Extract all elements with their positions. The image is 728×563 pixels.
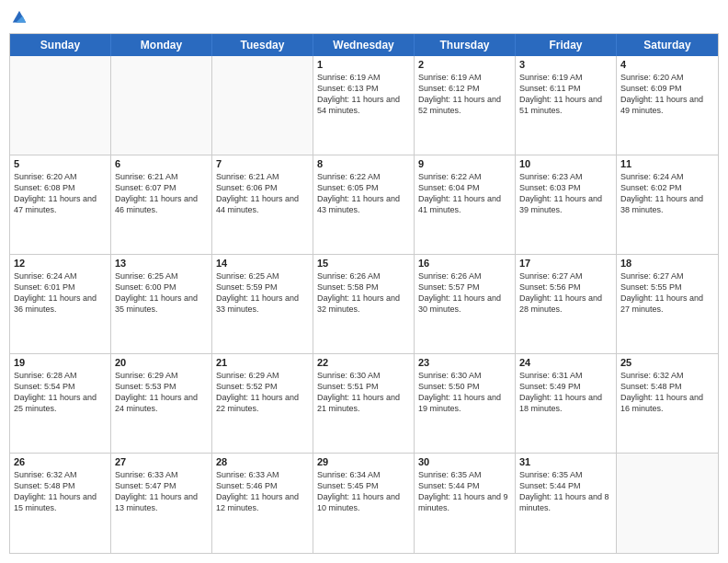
calendar-day-21: 21Sunrise: 6:29 AM Sunset: 5:52 PM Dayli…: [212, 354, 313, 453]
calendar-week-3: 12Sunrise: 6:24 AM Sunset: 6:01 PM Dayli…: [10, 255, 718, 354]
calendar-day-12: 12Sunrise: 6:24 AM Sunset: 6:01 PM Dayli…: [10, 255, 111, 353]
cell-info: Sunrise: 6:23 AM Sunset: 6:03 PM Dayligh…: [519, 171, 612, 216]
calendar-day-16: 16Sunrise: 6:26 AM Sunset: 5:57 PM Dayli…: [415, 255, 516, 353]
cell-info: Sunrise: 6:28 AM Sunset: 5:54 PM Dayligh…: [14, 370, 107, 415]
page: SundayMondayTuesdayWednesdayThursdayFrid…: [0, 0, 728, 563]
calendar-body: 1Sunrise: 6:19 AM Sunset: 6:13 PM Daylig…: [10, 56, 718, 553]
calendar-week-1: 1Sunrise: 6:19 AM Sunset: 6:13 PM Daylig…: [10, 56, 718, 155]
cell-info: Sunrise: 6:35 AM Sunset: 5:44 PM Dayligh…: [418, 469, 511, 514]
day-number: 1: [317, 59, 410, 70]
calendar-day-29: 29Sunrise: 6:34 AM Sunset: 5:45 PM Dayli…: [313, 454, 415, 553]
calendar-day-5: 5Sunrise: 6:20 AM Sunset: 6:08 PM Daylig…: [10, 155, 111, 254]
calendar-header: SundayMondayTuesdayWednesdayThursdayFrid…: [10, 34, 718, 56]
cell-info: Sunrise: 6:19 AM Sunset: 6:11 PM Dayligh…: [519, 72, 612, 117]
calendar: SundayMondayTuesdayWednesdayThursdayFrid…: [9, 33, 719, 554]
day-number: 26: [14, 456, 107, 467]
day-number: 30: [418, 456, 511, 467]
calendar-week-4: 19Sunrise: 6:28 AM Sunset: 5:54 PM Dayli…: [10, 354, 718, 454]
day-number: 7: [216, 158, 309, 169]
cell-info: Sunrise: 6:31 AM Sunset: 5:49 PM Dayligh…: [519, 370, 612, 415]
cell-info: Sunrise: 6:20 AM Sunset: 6:08 PM Dayligh…: [14, 171, 107, 216]
calendar-day-14: 14Sunrise: 6:25 AM Sunset: 5:59 PM Dayli…: [212, 255, 313, 353]
cell-info: Sunrise: 6:32 AM Sunset: 5:48 PM Dayligh…: [14, 469, 107, 514]
day-number: 10: [519, 158, 612, 169]
cell-info: Sunrise: 6:29 AM Sunset: 5:52 PM Dayligh…: [216, 370, 309, 415]
calendar-day-9: 9Sunrise: 6:22 AM Sunset: 6:04 PM Daylig…: [415, 155, 516, 254]
day-number: 27: [115, 456, 208, 467]
cell-info: Sunrise: 6:19 AM Sunset: 6:13 PM Dayligh…: [317, 72, 410, 117]
weekday-header-thursday: Thursday: [415, 34, 516, 56]
weekday-header-friday: Friday: [516, 34, 617, 56]
day-number: 11: [620, 158, 714, 169]
day-number: 20: [115, 357, 208, 368]
calendar-week-5: 26Sunrise: 6:32 AM Sunset: 5:48 PM Dayli…: [10, 454, 718, 553]
day-number: 15: [317, 258, 410, 269]
calendar-day-18: 18Sunrise: 6:27 AM Sunset: 5:55 PM Dayli…: [617, 255, 718, 353]
cell-info: Sunrise: 6:26 AM Sunset: 5:58 PM Dayligh…: [317, 270, 410, 316]
calendar-day-15: 15Sunrise: 6:26 AM Sunset: 5:58 PM Dayli…: [313, 255, 415, 353]
cell-info: Sunrise: 6:24 AM Sunset: 6:01 PM Dayligh…: [14, 270, 107, 316]
cell-info: Sunrise: 6:24 AM Sunset: 6:02 PM Dayligh…: [620, 171, 714, 216]
calendar-day-13: 13Sunrise: 6:25 AM Sunset: 6:00 PM Dayli…: [111, 255, 212, 353]
day-number: 16: [418, 258, 511, 269]
calendar-day-26: 26Sunrise: 6:32 AM Sunset: 5:48 PM Dayli…: [10, 454, 111, 553]
day-number: 21: [216, 357, 309, 368]
calendar-day-3: 3Sunrise: 6:19 AM Sunset: 6:11 PM Daylig…: [516, 56, 617, 155]
cell-info: Sunrise: 6:21 AM Sunset: 6:06 PM Dayligh…: [216, 171, 309, 216]
day-number: 8: [317, 158, 410, 169]
cell-info: Sunrise: 6:27 AM Sunset: 5:56 PM Dayligh…: [519, 270, 612, 316]
day-number: 29: [317, 456, 410, 467]
cell-info: Sunrise: 6:22 AM Sunset: 6:04 PM Dayligh…: [418, 171, 511, 216]
day-number: 5: [14, 158, 107, 169]
day-number: 4: [620, 59, 714, 70]
cell-info: Sunrise: 6:33 AM Sunset: 5:46 PM Dayligh…: [216, 469, 309, 514]
day-number: 23: [418, 357, 511, 368]
day-number: 24: [519, 357, 612, 368]
calendar-day-31: 31Sunrise: 6:35 AM Sunset: 5:44 PM Dayli…: [516, 454, 617, 553]
calendar-day-17: 17Sunrise: 6:27 AM Sunset: 5:56 PM Dayli…: [516, 255, 617, 353]
calendar-day-24: 24Sunrise: 6:31 AM Sunset: 5:49 PM Dayli…: [516, 354, 617, 453]
cell-info: Sunrise: 6:19 AM Sunset: 6:12 PM Dayligh…: [418, 72, 511, 117]
day-number: 13: [115, 258, 208, 269]
cell-info: Sunrise: 6:26 AM Sunset: 5:57 PM Dayligh…: [418, 270, 511, 316]
cell-info: Sunrise: 6:33 AM Sunset: 5:47 PM Dayligh…: [115, 469, 208, 514]
weekday-header-saturday: Saturday: [617, 34, 718, 56]
cell-info: Sunrise: 6:32 AM Sunset: 5:48 PM Dayligh…: [620, 370, 714, 415]
calendar-day-11: 11Sunrise: 6:24 AM Sunset: 6:02 PM Dayli…: [617, 155, 718, 254]
cell-info: Sunrise: 6:35 AM Sunset: 5:44 PM Dayligh…: [519, 469, 612, 514]
cell-info: Sunrise: 6:22 AM Sunset: 6:05 PM Dayligh…: [317, 171, 410, 216]
cell-info: Sunrise: 6:27 AM Sunset: 5:55 PM Dayligh…: [620, 270, 714, 316]
day-number: 14: [216, 258, 309, 269]
logo: [9, 9, 28, 26]
logo-icon: [11, 9, 28, 26]
day-number: 9: [418, 158, 511, 169]
calendar-day-28: 28Sunrise: 6:33 AM Sunset: 5:46 PM Dayli…: [212, 454, 313, 553]
calendar-day-19: 19Sunrise: 6:28 AM Sunset: 5:54 PM Dayli…: [10, 354, 111, 453]
calendar-day-20: 20Sunrise: 6:29 AM Sunset: 5:53 PM Dayli…: [111, 354, 212, 453]
calendar-week-2: 5Sunrise: 6:20 AM Sunset: 6:08 PM Daylig…: [10, 155, 718, 255]
day-number: 18: [620, 258, 714, 269]
calendar-day-empty: [10, 56, 111, 155]
cell-info: Sunrise: 6:25 AM Sunset: 6:00 PM Dayligh…: [115, 270, 208, 316]
calendar-day-25: 25Sunrise: 6:32 AM Sunset: 5:48 PM Dayli…: [617, 354, 718, 453]
cell-info: Sunrise: 6:20 AM Sunset: 6:09 PM Dayligh…: [620, 72, 714, 117]
day-number: 3: [519, 59, 612, 70]
calendar-day-22: 22Sunrise: 6:30 AM Sunset: 5:51 PM Dayli…: [313, 354, 415, 453]
weekday-header-sunday: Sunday: [10, 34, 111, 56]
calendar-day-empty: [617, 454, 718, 553]
day-number: 25: [620, 357, 714, 368]
calendar-day-7: 7Sunrise: 6:21 AM Sunset: 6:06 PM Daylig…: [212, 155, 313, 254]
calendar-day-8: 8Sunrise: 6:22 AM Sunset: 6:05 PM Daylig…: [313, 155, 415, 254]
day-number: 22: [317, 357, 410, 368]
header: [9, 9, 719, 26]
weekday-header-tuesday: Tuesday: [212, 34, 313, 56]
cell-info: Sunrise: 6:21 AM Sunset: 6:07 PM Dayligh…: [115, 171, 208, 216]
cell-info: Sunrise: 6:25 AM Sunset: 5:59 PM Dayligh…: [216, 270, 309, 316]
cell-info: Sunrise: 6:29 AM Sunset: 5:53 PM Dayligh…: [115, 370, 208, 415]
calendar-day-23: 23Sunrise: 6:30 AM Sunset: 5:50 PM Dayli…: [415, 354, 516, 453]
day-number: 28: [216, 456, 309, 467]
calendar-day-empty: [212, 56, 313, 155]
weekday-header-monday: Monday: [111, 34, 212, 56]
calendar-day-6: 6Sunrise: 6:21 AM Sunset: 6:07 PM Daylig…: [111, 155, 212, 254]
day-number: 19: [14, 357, 107, 368]
